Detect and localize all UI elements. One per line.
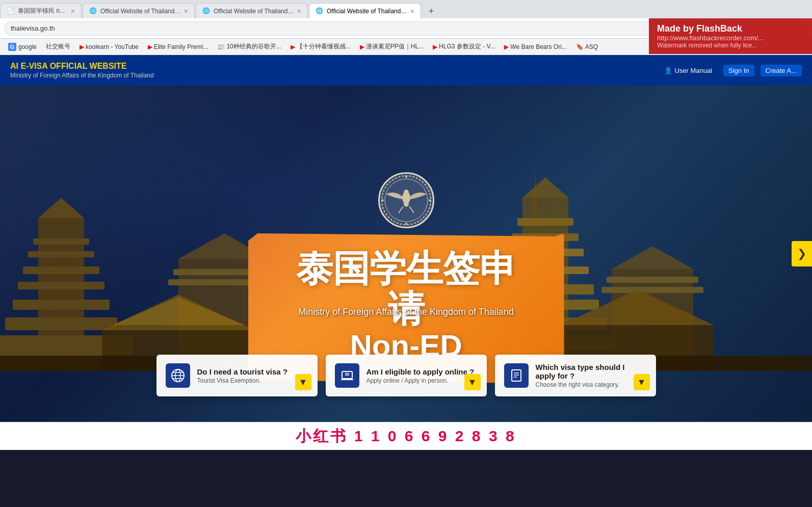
tab-3-close[interactable]: × <box>297 7 301 15</box>
card-1-icon <box>166 363 190 388</box>
site-header: AI E-VISA OFFICIAL WEBSITE Ministry of F… <box>0 55 812 86</box>
bookmark-google-label: google <box>18 43 37 50</box>
bookmark-elite[interactable]: ▶ Elite Family Premi... <box>144 42 213 51</box>
card-3-arrow[interactable]: ▼ <box>634 374 650 390</box>
asq-icon: 🔖 <box>576 43 584 50</box>
svg-point-46 <box>429 199 431 201</box>
hero-next-button[interactable]: ❯ <box>792 241 812 266</box>
card-3-icon <box>504 363 529 388</box>
tab-4[interactable]: 🌐 Official Website of Thailand E... × <box>309 3 421 18</box>
document-icon <box>509 368 523 383</box>
bookmark-koolearn-label: koolearn - YouTube <box>86 43 139 50</box>
bookmark-bears-label: We Bare Bears Ori... <box>510 43 566 50</box>
create-account-label: Create A... <box>766 67 797 74</box>
card-2-arrow[interactable]: ▼ <box>464 374 481 390</box>
svg-marker-14 <box>38 198 84 218</box>
garuda-emblem-svg <box>381 175 432 226</box>
svg-rect-16 <box>28 251 94 257</box>
card-3-subtitle: Choose the right visa category. <box>536 381 647 388</box>
card-3-content: Which visa type should I apply for ? Cho… <box>536 363 647 388</box>
bookmark-social[interactable]: 社交账号 <box>42 41 74 52</box>
address-text: thaiievisa.go.th <box>11 24 55 32</box>
create-account-button[interactable]: Create A... <box>761 65 802 76</box>
card-3-title: Which visa type should I apply for ? <box>536 363 647 380</box>
tab-1-title: 泰国留学移民 п... <box>18 7 68 15</box>
info-card-visa-type[interactable]: Which visa type should I apply for ? Cho… <box>495 355 656 396</box>
svg-point-45 <box>382 199 384 201</box>
card-2-title: Am I eligible to apply online ? <box>366 367 478 376</box>
tab-4-title: Official Website of Thailand E... <box>327 8 407 15</box>
hero-section: 泰国学生签申请 Non-ED Ministry of Foreign Affai… <box>0 86 812 422</box>
bookmark-sony[interactable]: ▶ 漫谈素尼PP值｜HL... <box>356 41 428 52</box>
card-1-title: Do I need a tourist visa ? <box>197 367 308 376</box>
tab-3[interactable]: 🌐 Official Website of Thailand E... × <box>196 3 308 18</box>
svg-rect-18 <box>18 282 104 289</box>
tab-4-favicon: 🌐 <box>316 7 324 15</box>
header-official-text: OFFICIAL WEBSITE <box>50 62 127 70</box>
bookmark-google[interactable]: G google <box>4 42 41 52</box>
svg-marker-2 <box>522 177 568 198</box>
sign-in-label: Sign In <box>728 67 749 74</box>
svg-point-42 <box>404 190 409 196</box>
video-icon-2: ▶ <box>360 43 364 50</box>
header-nav: 👤 User Manual Sign In Create A... <box>659 65 802 76</box>
bottom-banner: 小红书 1 1 0 6 6 9 2 8 3 8 <box>0 422 812 450</box>
card-1-content: Do I need a tourist visa ? Tourist Visa … <box>197 367 308 384</box>
flashback-note: Watermark removed when fully lice... <box>657 42 804 49</box>
info-card-tourist-visa[interactable]: Do I need a tourist visa ? Tourist Visa … <box>156 355 318 396</box>
tab-4-close[interactable]: × <box>410 7 414 15</box>
svg-rect-19 <box>13 300 110 310</box>
bookmark-elite-label: Elite Family Premi... <box>154 43 208 50</box>
sign-in-button[interactable]: Sign In <box>723 65 754 76</box>
svg-rect-17 <box>23 266 99 274</box>
tab-bar: 📄 泰国留学移民 п... × 🌐 Official Website of Th… <box>0 0 812 18</box>
tab-2-close[interactable]: × <box>184 7 188 15</box>
tab-2-title: Official Website of Thailand E... <box>100 8 181 15</box>
user-manual-button[interactable]: 👤 User Manual <box>659 65 717 76</box>
card-1-arrow[interactable]: ▼ <box>295 374 311 390</box>
card-1-subtitle: Tourist Visa Exemption. <box>197 377 308 384</box>
tab-1[interactable]: 📄 泰国留学移民 п... × <box>0 3 82 18</box>
globe-icon <box>171 368 185 383</box>
flashback-watermark: Made by FlashBack http://www.flashbackre… <box>649 18 812 54</box>
youtube-icon: ▶ <box>80 43 84 50</box>
info-cards-container: Do I need a tourist visa ? Tourist Visa … <box>156 355 656 396</box>
bottom-banner-text: 小红书 1 1 0 6 6 9 2 8 3 8 <box>296 426 516 447</box>
video-icon-4: ▶ <box>504 43 509 50</box>
svg-rect-20 <box>5 317 117 330</box>
elite-icon: ▶ <box>148 43 152 50</box>
tab-2[interactable]: 🌐 Official Website of Thailand E... × <box>83 3 195 18</box>
flashback-title: Made by FlashBack <box>657 23 804 34</box>
article-icon: 📰 <box>217 43 225 50</box>
bookmark-hlg3[interactable]: ▶ HLG3 参数设定 - V... <box>429 41 499 52</box>
thailand-emblem <box>378 172 434 228</box>
tab-3-title: Official Website of Thailand E... <box>214 8 294 15</box>
info-card-eligible[interactable]: Am I eligible to apply online ? Apply on… <box>326 355 487 396</box>
bookmark-koolearn[interactable]: ▶ koolearn - YouTube <box>75 42 143 51</box>
emblem-circle <box>378 172 434 228</box>
user-manual-label: User Manual <box>674 67 712 74</box>
bookmark-asq[interactable]: 🔖 ASQ <box>572 42 602 51</box>
svg-point-43 <box>405 176 407 178</box>
tab-1-favicon: 📄 <box>7 7 15 15</box>
bookmark-10kinds[interactable]: 📰 10种经典的谷歌开... <box>213 41 285 52</box>
video-icon-1: ▶ <box>291 43 295 50</box>
svg-rect-28 <box>607 277 698 283</box>
header-brand: AI E-VISA OFFICIAL WEBSITE Ministry of F… <box>10 62 154 79</box>
bookmark-10min-label: 【十分钟看懂视感... <box>297 42 351 51</box>
bookmark-sony-label: 漫谈素尼PP值｜HL... <box>366 42 424 51</box>
new-tab-button[interactable]: + <box>424 4 438 18</box>
bookmark-social-label: 社交账号 <box>46 42 70 51</box>
header-subtitle: Ministry of Foreign Affairs of the Kingd… <box>10 72 154 79</box>
bookmark-bears[interactable]: ▶ We Bare Bears Ori... <box>500 42 570 51</box>
tab-1-close[interactable]: × <box>71 7 75 15</box>
svg-rect-56 <box>512 370 521 381</box>
card-2-content: Am I eligible to apply online ? Apply on… <box>366 367 478 384</box>
tab-3-favicon: 🌐 <box>202 7 211 15</box>
bookmark-10kinds-label: 10种经典的谷歌开... <box>226 42 281 51</box>
flashback-url: http://www.flashbackrecorder.com/... <box>657 34 804 42</box>
tab-2-favicon: 🌐 <box>89 7 97 15</box>
bookmark-10min[interactable]: ▶ 【十分钟看懂视感... <box>286 41 355 52</box>
header-logo-text: AI E-VISA <box>10 62 47 70</box>
header-title: AI E-VISA OFFICIAL WEBSITE <box>10 62 154 71</box>
